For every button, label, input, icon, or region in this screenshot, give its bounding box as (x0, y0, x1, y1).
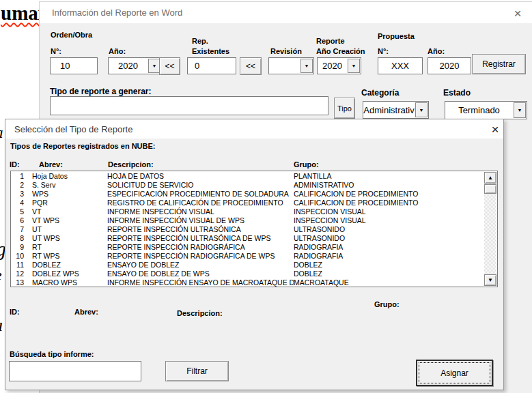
orden-obra-label: Orden/Obra (51, 31, 92, 39)
report-type-row[interactable]: 13MACRO WPSINFORME INSPECCIÓN ENSAYO DE … (11, 278, 484, 287)
categoria-combobox[interactable]: Administrativ ▼ (363, 101, 429, 119)
reporte-ano-creacion-combobox[interactable]: 2020 ▼ (317, 57, 361, 74)
report-type-row[interactable]: 5VTINFORME INSPECCIÓN VISUALINSPECCION V… (11, 207, 484, 216)
copy-orden-button[interactable]: << (159, 57, 180, 75)
cell-abrev: VT (32, 207, 107, 216)
cell-abrev: WPS (32, 190, 107, 199)
header-abrev: Abrev: (39, 160, 63, 169)
cell-abrev: VT WPS (32, 216, 107, 225)
dialog-title: Selección del Tipo de Reporte (14, 124, 132, 134)
report-type-titlebar[interactable]: Selección del Tipo de Reporte × (5, 119, 503, 139)
revision-combobox[interactable]: ▼ (268, 57, 314, 74)
report-type-row[interactable]: 1Hoja DatosHOJA DE DATOSPLANTILLA (11, 172, 484, 181)
chevron-down-icon[interactable]: ▼ (348, 59, 360, 73)
report-type-row[interactable]: 4PQRREGISTRO DE CALIFICACIÓN DE PROCEDIM… (11, 199, 484, 207)
selected-grupo-label: Grupo: (374, 300, 400, 308)
search-label: Búsqueda tipo informe: (10, 350, 94, 358)
cell-id: 3 (11, 190, 32, 199)
header-grupo: Grupo: (294, 160, 319, 169)
cell-grupo: CALIFICACION DE PROCEDIMIENTO (294, 199, 484, 207)
orden-ano-combobox[interactable]: 2020 ▼ (108, 57, 162, 74)
cell-grupo: RADIOGRAFIA (294, 243, 484, 252)
cell-grupo: ULTRASONIDO (294, 234, 484, 243)
report-type-row[interactable]: 2S. ServSOLICITUD DE SERVICIOADMINISTRAT… (11, 181, 484, 190)
tipo-reporte-input[interactable] (50, 96, 328, 115)
cell-abrev: DOBLEZ (32, 261, 107, 270)
chevron-down-icon[interactable]: ▼ (514, 102, 526, 118)
cell-descripcion: HOJA DE DATOS (107, 172, 294, 181)
cell-grupo: CALIFICACION DE PROCEDIMIENTO (294, 190, 484, 199)
scroll-up-icon[interactable]: ▲ (484, 172, 496, 184)
report-type-row[interactable]: 3WPSESPECIFICACIÓN PROCEDIMIENTO DE SOLD… (11, 190, 484, 199)
report-type-row[interactable]: 8UT WPSREPORTE INSPECCIÓN ULTRASÓNICA DE… (11, 234, 484, 243)
cell-descripcion: REGISTRO DE CALIFICACIÓN DE PROCEDIMIENT… (107, 199, 294, 207)
cell-descripcion: REPORTE INSPECCIÓN RADIOGRÁFICA DE WPS (107, 252, 294, 261)
registrar-button[interactable]: Registrar (472, 54, 526, 74)
selected-abrev-label: Abrev: (74, 308, 98, 316)
copy-rep-button[interactable]: << (240, 57, 262, 75)
report-type-listbox[interactable]: 1Hoja DatosHOJA DE DATOSPLANTILLA2S. Ser… (10, 171, 498, 287)
report-type-row[interactable]: 7UTREPORTE INSPECCIÓN ULTRASÓNICAULTRASO… (11, 225, 484, 234)
combo-value: 2020 (109, 61, 148, 71)
propuesta-label: Propuesta (378, 32, 415, 40)
estado-label: Estado (443, 88, 471, 98)
orden-ano-label: Año: (109, 47, 126, 55)
cell-descripcion: REPORTE INSPECCIÓN ULTRASÓNICA DE WPS (107, 234, 294, 243)
categoria-label: Categoría (361, 88, 399, 98)
orden-numero-label: N°: (51, 47, 61, 55)
propuesta-numero-input[interactable] (378, 57, 423, 74)
cell-grupo: RADIOGRAFIA (294, 252, 484, 261)
vertical-scrollbar[interactable]: ▲ ▼ (484, 172, 496, 286)
document-text-fragment: e (0, 266, 2, 285)
asignar-button[interactable]: Asignar (416, 360, 493, 386)
combo-value: Terminado (445, 105, 513, 115)
chevron-down-icon[interactable]: ▼ (300, 59, 313, 73)
cell-descripcion: REPORTE INSPECCIÓN RADIOGRÁFICA (107, 243, 294, 252)
cell-id: 9 (11, 243, 32, 252)
scroll-down-icon[interactable]: ▼ (484, 274, 496, 286)
cell-abrev: MACRO WPS (32, 278, 107, 287)
cell-descripcion: INFORME INSPECCIÓN VISUAL (107, 207, 294, 216)
scrollbar-thumb[interactable] (484, 184, 496, 194)
orden-numero-input[interactable] (50, 57, 98, 74)
chevron-down-icon[interactable]: ▼ (415, 102, 428, 117)
document-text-fragment: a (0, 124, 3, 142)
reporte-creacion-label2: Año Creación (316, 47, 365, 55)
cell-id: 5 (11, 207, 32, 216)
cell-id: 10 (11, 252, 32, 261)
cell-descripcion: REPORTE INSPECCIÓN ULTRASÓNICA (107, 225, 294, 234)
report-type-row[interactable]: 12DOBLEZ WPSENSAYO DE DOBLEZ DE WPSDOBLE… (11, 270, 484, 278)
cell-abrev: DOBLEZ WPS (32, 270, 107, 278)
cell-abrev: UT (32, 225, 107, 234)
close-icon[interactable]: × (509, 5, 526, 20)
reporte-creacion-label: Reporte (316, 37, 345, 45)
dialog-title: Información del Reporte en Word (52, 8, 182, 18)
cell-descripcion: INFORME INSPECCIÓN VISUAL DE WPS (107, 216, 294, 225)
report-type-row[interactable]: 10RT WPSREPORTE INSPECCIÓN RADIOGRÁFICA … (11, 252, 484, 261)
cell-id: 2 (11, 181, 32, 190)
report-type-row[interactable]: 9RTREPORTE INSPECCIÓN RADIOGRÁFICARADIOG… (11, 243, 484, 252)
cell-descripcion: ENSAYO DE DOBLEZ DE WPS (107, 270, 294, 278)
cell-id: 7 (11, 225, 32, 234)
cell-grupo: DOBLEZ (294, 261, 484, 270)
cell-id: 4 (11, 199, 32, 207)
filtrar-button[interactable]: Filtrar (165, 361, 229, 381)
cell-descripcion: INFORME INSPECCIÓN ENSAYO DE MACROATAQUE… (107, 278, 294, 287)
cell-id: 6 (11, 216, 32, 225)
tipo-button[interactable]: Tipo (334, 98, 355, 119)
propuesta-ano-input[interactable] (428, 57, 471, 74)
rep-existentes-input[interactable] (187, 57, 236, 74)
propuesta-ano-label: Año: (428, 47, 445, 55)
cell-grupo: ADMINISTRATIVO (294, 181, 484, 190)
cell-grupo: INSPECCION VISUAL (294, 207, 484, 216)
cell-abrev: UT WPS (32, 234, 107, 243)
word-report-titlebar[interactable]: Información del Reporte en Word × (40, 2, 532, 23)
cell-grupo: ULTRASONIDO (294, 225, 484, 234)
cell-descripcion: SOLICITUD DE SERVICIO (107, 181, 294, 190)
report-type-row[interactable]: 6VT WPSINFORME INSPECCIÓN VISUAL DE WPSI… (11, 216, 484, 225)
report-type-row[interactable]: 11DOBLEZENSAYO DE DOBLEZDOBLEZ (11, 261, 484, 270)
close-icon[interactable]: × (487, 122, 503, 136)
search-input[interactable] (9, 361, 141, 381)
estado-combobox[interactable]: Terminado ▼ (445, 101, 527, 119)
selected-descripcion-label: Descripcion: (177, 309, 223, 317)
